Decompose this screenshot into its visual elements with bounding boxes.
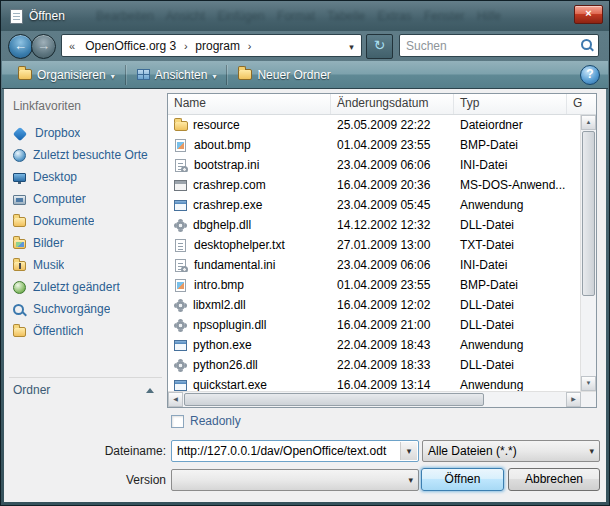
filetype-value: Alle Dateien (*.*): [423, 441, 599, 461]
file-row[interactable]: python.exe 22.04.2009 18:43 Anwendung: [168, 335, 580, 355]
folders-expander[interactable]: Ordner: [9, 377, 162, 397]
file-date: 23.04.2009 06:06: [331, 258, 454, 272]
file-row[interactable]: resource 25.05.2009 22:22 Dateiordner: [168, 115, 580, 135]
sidebar-item-desktop[interactable]: Desktop: [9, 166, 162, 188]
horizontal-scrollbar[interactable]: [168, 391, 596, 407]
vertical-scrollbar-track[interactable]: [581, 297, 596, 376]
organize-icon: [18, 69, 32, 80]
file-row[interactable]: about.bmp 01.04.2009 23:55 BMP-Datei: [168, 135, 580, 155]
sidebar-item-searches[interactable]: Suchvorgänge: [9, 298, 162, 320]
sidebar-item-label: Zuletzt geändert: [33, 280, 120, 294]
organize-button[interactable]: Organisieren: [10, 63, 123, 87]
file-row[interactable]: npsoplugin.dll 16.04.2009 21:00 DLL-Date…: [168, 315, 580, 335]
breadcrumb-segment-openoffice[interactable]: OpenOffice.org 3: [80, 39, 181, 53]
dll-file-icon: [174, 219, 187, 232]
sidebar-item-public[interactable]: Öffentlich: [9, 320, 162, 342]
sidebar-item-label: Musik: [33, 258, 64, 272]
horizontal-scrollbar-thumb[interactable]: [184, 393, 484, 406]
sidebar-item-recent-places[interactable]: Zuletzt besuchte Orte: [9, 144, 162, 166]
file-type: BMP-Datei: [454, 278, 567, 292]
breadcrumb-segment-program[interactable]: program: [190, 39, 245, 53]
breadcrumb-history-dropdown-icon[interactable]: [344, 39, 359, 53]
sidebar-item-pictures[interactable]: Bilder: [9, 232, 162, 254]
open-button[interactable]: Öffnen: [421, 468, 504, 491]
sidebar-item-computer[interactable]: Computer: [9, 188, 162, 210]
column-header-type[interactable]: Typ: [454, 94, 567, 114]
scroll-right-button[interactable]: [566, 392, 581, 407]
open-dialog-window: Öffnen Bearbeiten Ansicht Einfügen Forma…: [0, 0, 610, 506]
file-type: DLL-Datei: [454, 298, 567, 312]
file-row[interactable]: intro.bmp 01.04.2009 23:55 BMP-Datei: [168, 275, 580, 295]
file-date: 22.04.2009 18:43: [331, 338, 454, 352]
column-header-name[interactable]: Name: [168, 94, 331, 114]
back-button[interactable]: [8, 34, 33, 59]
version-combobox[interactable]: [171, 469, 419, 491]
readonly-checkbox[interactable]: [171, 415, 184, 428]
file-date: 16.04.2009 12:02: [331, 298, 454, 312]
file-row[interactable]: libxml2.dll 16.04.2009 12:02 DLL-Datei: [168, 295, 580, 315]
close-button[interactable]: ×: [574, 5, 603, 24]
sidebar-item-dropbox[interactable]: Dropbox: [9, 122, 162, 144]
file-date: 01.04.2009 23:55: [331, 278, 454, 292]
file-date: 14.12.2002 12:32: [331, 218, 454, 232]
file-date: 16.04.2009 13:14: [331, 378, 454, 391]
new-folder-button[interactable]: Neuer Ordner: [230, 63, 338, 87]
sidebar-item-label: Suchvorgänge: [33, 302, 110, 316]
scroll-left-button[interactable]: [168, 392, 183, 407]
breadcrumb-overflow-chevron[interactable]: «: [64, 40, 80, 52]
forward-button[interactable]: [31, 34, 56, 59]
computer-icon: [13, 195, 26, 205]
file-row[interactable]: crashrep.exe 23.04.2009 05:45 Anwendung: [168, 195, 580, 215]
file-row[interactable]: bootstrap.ini 23.04.2009 06:06 INI-Datei: [168, 155, 580, 175]
version-label: Version: [66, 473, 166, 487]
file-row[interactable]: dbghelp.dll 14.12.2002 12:32 DLL-Datei: [168, 215, 580, 235]
file-row[interactable]: python26.dll 22.04.2009 18:33 DLL-Datei: [168, 355, 580, 375]
horizontal-scrollbar-track[interactable]: [485, 392, 566, 407]
file-row[interactable]: crashrep.com 16.04.2009 20:36 MS-DOS-Anw…: [168, 175, 580, 195]
help-button[interactable]: ?: [580, 65, 600, 85]
documents-folder-icon: [13, 217, 26, 227]
dll-file-icon: [174, 359, 187, 372]
file-type: INI-Datei: [454, 258, 567, 272]
file-type: MS-DOS-Anwend...: [454, 178, 567, 192]
filename-dropdown-button[interactable]: [400, 442, 417, 460]
recent-places-icon: [13, 149, 26, 162]
file-date: 16.04.2009 20:36: [331, 178, 454, 192]
sidebar-item-label: Dokumente: [33, 214, 94, 228]
sidebar-item-label: Dropbox: [35, 126, 80, 140]
filename-label: Dateiname:: [66, 444, 166, 458]
toolbar-separator: [226, 65, 228, 85]
sidebar-item-documents[interactable]: Dokumente: [9, 210, 162, 232]
file-row[interactable]: desktophelper.txt 27.01.2009 13:00 TXT-D…: [168, 235, 580, 255]
file-date: 22.04.2009 18:33: [331, 358, 454, 372]
vertical-scrollbar[interactable]: [580, 115, 596, 391]
views-button[interactable]: Ansichten: [129, 63, 225, 87]
file-row[interactable]: quickstart.exe 16.04.2009 13:14 Anwendun…: [168, 375, 580, 391]
file-row[interactable]: fundamental.ini 23.04.2009 06:06 INI-Dat…: [168, 255, 580, 275]
file-date: 25.05.2009 22:22: [331, 118, 454, 132]
sidebar-item-recently-changed[interactable]: Zuletzt geändert: [9, 276, 162, 298]
file-name: bootstrap.ini: [194, 158, 259, 172]
column-header-date[interactable]: Änderungsdatum: [331, 94, 454, 114]
new-folder-icon: [238, 69, 252, 80]
favorites-sidebar: Linkfavoriten Dropbox Zuletzt besuchte O…: [9, 97, 162, 342]
cancel-button[interactable]: Abbrechen: [508, 468, 600, 491]
sidebar-item-label: Desktop: [33, 170, 77, 184]
scroll-up-button[interactable]: [581, 115, 596, 130]
music-folder-icon: [13, 261, 26, 271]
file-name: fundamental.ini: [194, 258, 275, 272]
scroll-down-button[interactable]: [581, 376, 596, 391]
file-name: crashrep.exe: [193, 198, 262, 212]
titlebar[interactable]: Öffnen Bearbeiten Ansicht Einfügen Forma…: [1, 1, 609, 31]
readonly-checkbox-row[interactable]: Readonly: [171, 414, 241, 428]
file-name: quickstart.exe: [193, 378, 267, 391]
file-type: Anwendung: [454, 338, 567, 352]
sidebar-item-music[interactable]: Musik: [9, 254, 162, 276]
filename-combobox[interactable]: http://127.0.0.1/dav/OpenOffice/text.odt: [171, 440, 419, 462]
search-input[interactable]: [404, 38, 580, 54]
column-header-size[interactable]: G: [567, 94, 596, 114]
vertical-scrollbar-thumb[interactable]: [582, 131, 595, 296]
refresh-button[interactable]: [366, 34, 393, 59]
readonly-label: Readonly: [190, 414, 241, 428]
filetype-combobox[interactable]: Alle Dateien (*.*): [422, 440, 600, 462]
